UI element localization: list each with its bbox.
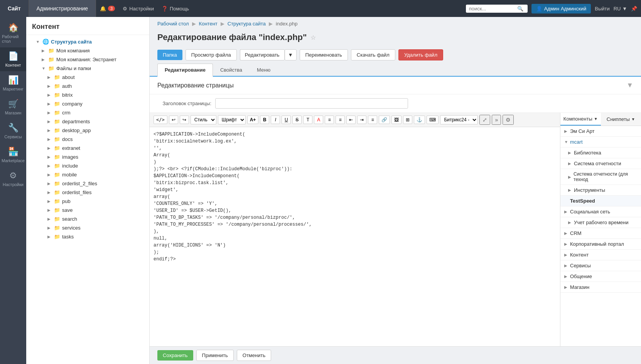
- sidebar-item-settings[interactable]: ⚙ Настройки: [0, 167, 26, 191]
- indent-inc-btn[interactable]: ⇥: [357, 116, 366, 124]
- rp-item-testspeed[interactable]: TestSpeed: [560, 196, 641, 206]
- tab-menu[interactable]: Меню: [250, 64, 278, 77]
- tree-item-save[interactable]: ▶ 📁 save: [26, 206, 149, 215]
- sidebar-item-services[interactable]: 🔧 Сервисы: [0, 119, 26, 143]
- edit-file-btn[interactable]: Редактировать: [240, 49, 285, 60]
- components-tab[interactable]: Компоненты ▼: [560, 113, 601, 126]
- list-ol-btn[interactable]: ≡: [325, 116, 334, 124]
- help-btn[interactable]: ❓ Помощь: [162, 6, 189, 12]
- tree-item-orderlist2[interactable]: ▶ 📁 orderlist_2_files: [26, 179, 149, 188]
- font-select[interactable]: Шрифт: [218, 115, 246, 124]
- breadcrumb-content[interactable]: Контент: [199, 21, 218, 27]
- folder-btn[interactable]: Папка: [157, 50, 182, 60]
- rp-item-emsiart[interactable]: ▶ Эм Си Арт: [560, 126, 641, 137]
- rp-item-tools[interactable]: ▶ Инструменты: [560, 185, 641, 196]
- align-btn[interactable]: ≡: [368, 116, 377, 124]
- breadcrumb-desktop[interactable]: Рабочий стол: [157, 21, 189, 27]
- rp-item-work-time[interactable]: ▶ Учет рабочего времени: [560, 217, 641, 228]
- list-ul-btn[interactable]: ≡: [336, 116, 345, 124]
- underline-btn[interactable]: U: [282, 116, 291, 124]
- tree-item-docs[interactable]: ▶ 📁 docs: [26, 135, 149, 144]
- settings-btn[interactable]: ⚙ Настройки: [123, 6, 154, 12]
- cancel-btn[interactable]: Отменить: [237, 350, 271, 361]
- expand-btn[interactable]: ⤢: [479, 115, 490, 125]
- tree-item-auth[interactable]: ▶ 📁 auth: [26, 82, 149, 91]
- tree-item-root[interactable]: ▼ 🌐 Структура сайта: [26, 37, 149, 46]
- pin-icon[interactable]: 📌: [631, 6, 637, 12]
- notifications-btn[interactable]: 🔔 3: [100, 6, 115, 12]
- view-file-btn[interactable]: Просмотр файла: [186, 49, 237, 60]
- italic-btn[interactable]: I: [271, 116, 280, 124]
- format-btn[interactable]: T: [303, 116, 312, 124]
- tree-item-search[interactable]: ▶ 📁 search: [26, 215, 149, 223]
- font-size-btn[interactable]: A+: [247, 116, 259, 124]
- source-code-btn[interactable]: </>: [154, 116, 167, 124]
- tree-item-extranet[interactable]: ▶ 📁 extranet: [26, 144, 149, 153]
- sidebar-item-marketing[interactable]: 📊 Маркетинг: [0, 71, 26, 95]
- delete-btn[interactable]: Удалить файл: [398, 49, 443, 60]
- style-select[interactable]: Стиль: [191, 115, 216, 124]
- rp-item-content[interactable]: ▶ Контент: [560, 250, 641, 260]
- site-tab[interactable]: Сайт: [0, 0, 29, 17]
- sidebar-item-marketplace[interactable]: 🏪 Marketplace: [0, 143, 26, 167]
- image-btn[interactable]: 🖼: [391, 116, 401, 124]
- rp-item-reporting[interactable]: ▶ Система отчетности: [560, 158, 641, 169]
- tree-item-include[interactable]: ▶ 📁 include: [26, 161, 149, 170]
- tree-item-pub[interactable]: ▶ 📁 pub: [26, 197, 149, 206]
- tree-item-extranet-company[interactable]: ▶ 📁 Моя компания: Экстранет: [26, 55, 149, 64]
- tree-item-services[interactable]: ▶ 📁 services: [26, 223, 149, 232]
- tab-edit[interactable]: Редактирование: [157, 64, 213, 77]
- download-btn[interactable]: Скачать файл: [351, 49, 395, 60]
- code-editor[interactable]: <?$APPLICATION->IncludeComponent( 'bitri…: [150, 127, 560, 346]
- editor-settings-btn[interactable]: ⚙: [503, 115, 514, 125]
- undo-btn[interactable]: ↩: [169, 116, 178, 124]
- tree-item-about[interactable]: ▶ 📁 about: [26, 73, 149, 82]
- search-box[interactable]: 🔍: [466, 5, 528, 13]
- anchor-btn[interactable]: ⚓: [414, 116, 425, 124]
- more-btn[interactable]: »: [492, 115, 501, 125]
- indent-dec-btn[interactable]: ⇤: [346, 116, 356, 124]
- rp-item-mcart[interactable]: ▼ mcart: [560, 137, 641, 148]
- link-btn[interactable]: 🔗: [379, 116, 390, 124]
- tab-props[interactable]: Свойства: [213, 64, 250, 77]
- user-menu-btn[interactable]: 👤 Админ Админский: [531, 4, 591, 13]
- tree-item-mobile[interactable]: ▶ 📁 mobile: [26, 170, 149, 179]
- tree-item-desktop-app[interactable]: ▶ 📁 desktop_app: [26, 126, 149, 135]
- tree-item-tasks[interactable]: ▶ 📁 tasks: [26, 232, 149, 241]
- edit-file-dropdown[interactable]: ▼: [285, 49, 297, 60]
- color-btn[interactable]: A: [314, 116, 323, 124]
- breadcrumb-structure[interactable]: Структура сайта: [228, 21, 266, 27]
- save-btn[interactable]: Сохранить: [157, 350, 193, 361]
- tree-item-files-folders[interactable]: ▼ 📁 Файлы и папки: [26, 64, 149, 73]
- tree-item-images[interactable]: ▶ 📁 images: [26, 153, 149, 161]
- tree-item-my-company[interactable]: ▶ 📁 Моя компания: [26, 46, 149, 55]
- tree-item-crm[interactable]: ▶ 📁 crm: [26, 108, 149, 117]
- snippets-tab[interactable]: Сниппеты ▼: [601, 113, 641, 126]
- rp-item-social[interactable]: ▶ Социальная сеть: [560, 206, 641, 217]
- table-btn[interactable]: ⊞: [403, 116, 412, 124]
- rp-item-reporting2[interactable]: ▶ Система отчетности (для технод: [560, 169, 641, 185]
- tree-item-orderlist[interactable]: ▶ 📁 orderlist_files: [26, 188, 149, 197]
- sidebar-item-content[interactable]: 📄 Контент: [0, 47, 26, 71]
- strike-btn[interactable]: S: [292, 116, 302, 124]
- subscript-btn[interactable]: ⌨: [427, 116, 439, 124]
- sidebar-item-shop[interactable]: 🛒 Магазин: [0, 95, 26, 119]
- collapse-icon[interactable]: ▼: [626, 81, 633, 89]
- rename-btn[interactable]: Переименовать: [300, 49, 348, 60]
- apply-btn[interactable]: Применить: [196, 350, 234, 361]
- rp-item-crm[interactable]: ▶ CRM: [560, 228, 641, 239]
- tree-item-departments[interactable]: ▶ 📁 departments: [26, 117, 149, 126]
- rp-item-corp-portal[interactable]: ▶ Корпоративный портал: [560, 239, 641, 250]
- tree-item-company[interactable]: ▶ 📁 company: [26, 99, 149, 108]
- admin-tab[interactable]: Администрирование: [29, 0, 96, 17]
- lang-btn[interactable]: RU ▼: [614, 6, 627, 12]
- bold-btn[interactable]: B: [260, 116, 269, 124]
- sidebar-item-desktop[interactable]: 🏠 Рабочий стол: [0, 19, 26, 47]
- logout-btn[interactable]: Выйти: [595, 6, 610, 12]
- rp-item-shop[interactable]: ▶ Магазин: [560, 282, 641, 293]
- rp-item-communication[interactable]: ▶ Общение: [560, 271, 641, 282]
- rp-item-services[interactable]: ▶ Сервисы: [560, 260, 641, 271]
- rp-item-library[interactable]: ▶ Библиотека: [560, 148, 641, 158]
- redo-btn[interactable]: ↪: [180, 116, 189, 124]
- page-title-input[interactable]: [215, 98, 408, 109]
